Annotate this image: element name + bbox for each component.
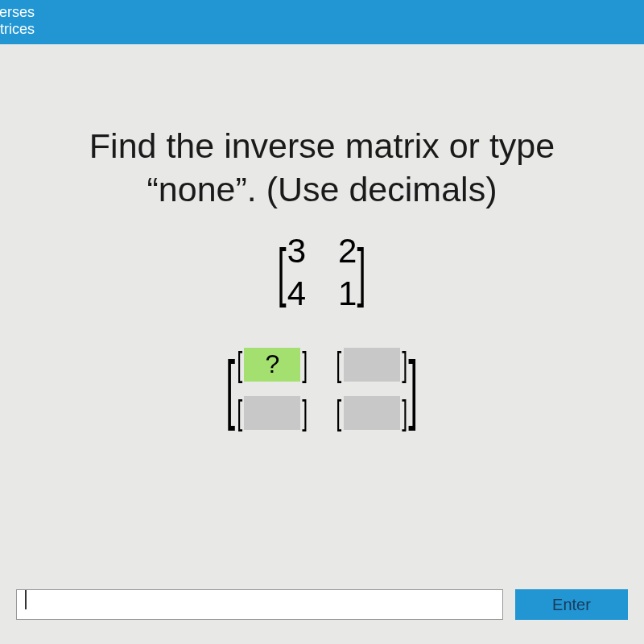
- bottom-bar: Enter: [0, 589, 644, 620]
- mini-bracket-right-icon: ]: [402, 394, 407, 432]
- mini-bracket-left-icon: [: [237, 394, 242, 432]
- answer-cell-r1c2[interactable]: [ ]: [334, 345, 409, 384]
- matrix-cell-r1c1: 3: [287, 232, 306, 270]
- matrix-cell-r2c2: 1: [338, 275, 357, 313]
- mini-bracket-right-icon: ]: [303, 345, 308, 384]
- mini-bracket-left-icon: [: [336, 394, 341, 432]
- question-text: Find the inverse matrix or type “none”. …: [32, 125, 612, 212]
- text-cursor: [25, 590, 27, 609]
- mini-bracket-right-icon: ]: [402, 345, 407, 384]
- answer-cell-r2c2[interactable]: [ ]: [334, 394, 409, 432]
- enter-button[interactable]: Enter: [515, 589, 628, 620]
- matrix-cell-r2c1: 4: [287, 275, 306, 313]
- bracket-left-icon: [: [278, 246, 287, 298]
- answer-grid: [ ? ] [ ] [ ] [ ]: [235, 345, 410, 432]
- answer-text-input[interactable]: [16, 589, 503, 620]
- content-area: Find the inverse matrix or type “none”. …: [0, 44, 644, 464]
- bracket-right-icon: ]: [357, 246, 366, 298]
- answer-bracket-left-icon: [: [226, 360, 236, 417]
- header-bar: verses atrices: [0, 0, 644, 44]
- matrix-cell-r1c2: 2: [338, 232, 357, 270]
- question-line2: “none”. (Use decimals): [32, 168, 612, 212]
- answer-input[interactable]: [344, 396, 400, 430]
- mini-bracket-right-icon: ]: [303, 394, 308, 432]
- answer-matrix: [ [ ? ] [ ] [ ] [ ] ]: [220, 345, 424, 432]
- question-line1: Find the inverse matrix or type: [32, 125, 612, 168]
- answer-cell-r2c1[interactable]: [ ]: [235, 394, 310, 432]
- matrix-grid: 3 2 4 1: [287, 232, 357, 313]
- header-title-line2: atrices: [0, 21, 644, 38]
- answer-input[interactable]: [344, 348, 400, 382]
- answer-input-active[interactable]: ?: [244, 348, 300, 382]
- mini-bracket-left-icon: [: [237, 345, 242, 384]
- mini-bracket-left-icon: [: [336, 345, 341, 384]
- given-matrix: [ 3 2 4 1 ]: [273, 232, 370, 313]
- header-title-line1: verses: [0, 4, 644, 21]
- answer-input[interactable]: [244, 396, 300, 430]
- answer-bracket-right-icon: ]: [409, 360, 419, 417]
- answer-cell-r1c1[interactable]: [ ? ]: [235, 345, 310, 384]
